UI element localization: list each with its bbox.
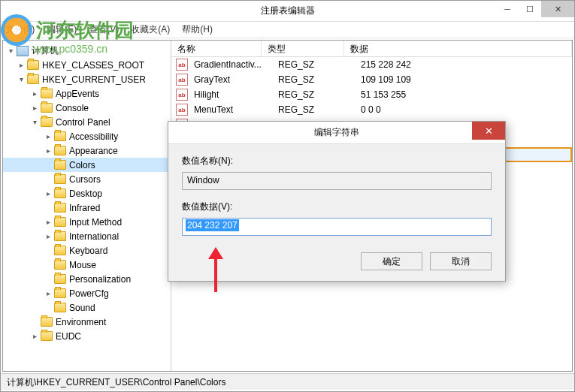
tree-item[interactable]: Personalization xyxy=(3,272,171,286)
dialog-title: 编辑字符串 xyxy=(314,126,359,139)
tree-item[interactable]: Environment xyxy=(3,315,171,329)
tree-item[interactable]: ▸EUDC xyxy=(3,329,171,343)
value-data: 51 153 255 xyxy=(358,89,572,100)
tree-item[interactable]: ▸Input Method xyxy=(3,215,171,229)
string-value-icon: ab xyxy=(176,89,188,101)
expand-icon[interactable]: ▸ xyxy=(17,61,26,70)
minimize-button[interactable]: ─ xyxy=(496,1,519,17)
value-data-selection: 204 232 207 xyxy=(186,219,239,231)
tree-item[interactable]: Keyboard xyxy=(3,243,171,258)
tree-item[interactable]: ▸Accessibility xyxy=(3,129,171,143)
tree-item[interactable]: ▸Appearance xyxy=(3,143,171,158)
expand-icon[interactable]: ▸ xyxy=(44,132,53,141)
tree-item[interactable]: Infrared xyxy=(3,201,171,215)
expand-icon[interactable]: ▸ xyxy=(44,218,53,227)
dialog-titlebar[interactable]: 编辑字符串 ✕ xyxy=(168,122,505,144)
folder-icon xyxy=(54,303,66,312)
value-data-label: 数值数据(V): xyxy=(182,201,492,213)
folder-icon xyxy=(54,246,66,255)
list-row[interactable]: abHilightREG_SZ51 153 255 xyxy=(171,87,572,102)
tree-item[interactable]: Cursors xyxy=(3,172,171,186)
column-type[interactable]: 类型 xyxy=(262,41,344,56)
tree-item-colors[interactable]: Colors xyxy=(3,158,171,172)
menu-help[interactable]: 帮助(H) xyxy=(182,23,213,36)
ok-button[interactable]: 确定 xyxy=(361,252,422,270)
folder-icon xyxy=(41,117,53,127)
folder-icon xyxy=(54,131,66,141)
dialog-close-button[interactable]: ✕ xyxy=(472,122,505,140)
tree-item[interactable]: ▸International xyxy=(3,229,171,243)
menu-edit[interactable]: 编辑(E) xyxy=(47,23,77,36)
dialog-body: 数值名称(N): Window 数值数据(V): 204 232 207 确定 … xyxy=(168,144,505,281)
tree-root[interactable]: ▾计算机 xyxy=(3,44,171,58)
expand-icon[interactable]: ▸ xyxy=(44,289,53,298)
column-name[interactable]: 名称 xyxy=(171,41,262,56)
value-name: Hilight xyxy=(191,89,275,100)
expand-icon[interactable]: ▸ xyxy=(44,232,53,241)
expand-icon[interactable]: ▸ xyxy=(44,189,53,198)
folder-icon xyxy=(54,174,66,184)
list-row[interactable]: abMenuTextREG_SZ0 0 0 xyxy=(171,102,572,117)
blank-icon xyxy=(44,261,53,270)
maximize-button[interactable]: ☐ xyxy=(519,1,541,17)
folder-icon xyxy=(41,89,53,98)
value-data: 109 109 109 xyxy=(358,74,572,85)
tree-item[interactable]: ▸AppEvents xyxy=(3,86,171,101)
value-name: GrayText xyxy=(191,74,275,85)
value-name-label: 数值名称(N): xyxy=(182,155,492,167)
tree-key-hkcu[interactable]: ▾HKEY_CURRENT_USER xyxy=(3,72,171,86)
collapse-icon[interactable]: ▾ xyxy=(6,47,15,56)
folder-icon xyxy=(41,103,53,113)
value-data-input[interactable]: 204 232 207 xyxy=(182,218,492,236)
titlebar: 注册表编辑器 ─ ☐ ✕ xyxy=(1,1,574,22)
column-data[interactable]: 数据 xyxy=(344,41,572,56)
menu-view[interactable]: 查看(V) xyxy=(89,23,119,36)
tree-item[interactable]: ▸PowerCfg xyxy=(3,286,171,300)
expand-icon[interactable]: ▸ xyxy=(30,104,39,113)
tree-pane[interactable]: ▾计算机 ▸HKEY_CLASSES_ROOT ▾HKEY_CURRENT_US… xyxy=(3,41,171,371)
list-header: 名称 类型 数据 xyxy=(171,41,572,57)
tree-item-control-panel[interactable]: ▾Control Panel xyxy=(3,115,171,129)
expand-icon[interactable]: ▸ xyxy=(44,146,53,155)
folder-icon xyxy=(54,288,66,298)
blank-icon xyxy=(44,246,53,255)
string-value-icon: ab xyxy=(176,59,188,71)
blank-icon xyxy=(44,175,53,184)
folder-icon xyxy=(54,203,66,213)
collapse-icon[interactable]: ▾ xyxy=(17,75,26,84)
window-title: 注册表编辑器 xyxy=(261,5,315,17)
folder-icon xyxy=(54,260,66,270)
close-button[interactable]: ✕ xyxy=(541,1,574,17)
folder-icon xyxy=(27,60,39,70)
folder-icon xyxy=(54,188,66,198)
value-name-field[interactable]: Window xyxy=(182,172,492,190)
blank-icon xyxy=(44,204,53,213)
blank-icon xyxy=(44,275,53,284)
folder-icon xyxy=(54,274,66,284)
tree-item[interactable]: ▸Console xyxy=(3,101,171,115)
folder-icon xyxy=(41,317,53,327)
blank-icon xyxy=(30,318,39,327)
list-row[interactable]: abGradientInactiv...REG_SZ215 228 242 xyxy=(171,57,572,72)
tree-item[interactable]: Sound xyxy=(3,300,171,315)
list-row[interactable]: abGrayTextREG_SZ109 109 109 xyxy=(171,72,572,87)
value-name: GradientInactiv... xyxy=(191,59,275,70)
value-type: REG_SZ xyxy=(275,74,358,85)
cancel-button[interactable]: 取消 xyxy=(430,252,492,270)
expand-icon[interactable]: ▸ xyxy=(30,332,39,341)
dialog-buttons: 确定 取消 xyxy=(182,252,492,270)
tree-key-hkcr[interactable]: ▸HKEY_CLASSES_ROOT xyxy=(3,58,171,72)
collapse-icon[interactable]: ▾ xyxy=(30,118,39,127)
edit-string-dialog: 编辑字符串 ✕ 数值名称(N): Window 数值数据(V): 204 232… xyxy=(168,121,506,282)
window-controls: ─ ☐ ✕ xyxy=(496,1,574,17)
value-name: MenuText xyxy=(191,104,275,115)
menu-file[interactable]: 文件(F) xyxy=(5,23,35,36)
menu-favorites[interactable]: 收藏夹(A) xyxy=(131,23,170,36)
tree-item[interactable]: ▸Desktop xyxy=(3,186,171,201)
folder-icon xyxy=(27,74,39,84)
tree-item[interactable]: Mouse xyxy=(3,258,171,272)
expand-icon[interactable]: ▸ xyxy=(30,89,39,98)
blank-icon xyxy=(44,303,53,312)
menubar: 文件(F) 编辑(E) 查看(V) 收藏夹(A) 帮助(H) xyxy=(1,22,574,38)
folder-icon xyxy=(54,160,66,170)
